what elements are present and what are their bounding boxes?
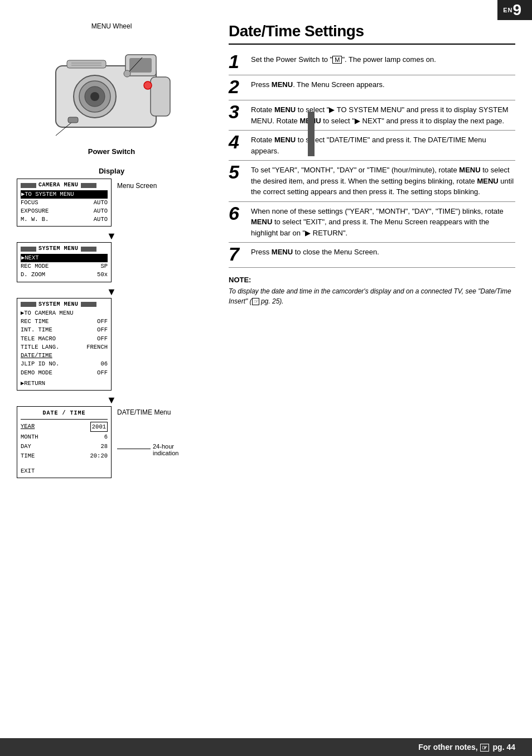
- step-6: 6 When none of these settings ("YEAR", "…: [229, 202, 515, 243]
- step-7: 7 Press MENU to close the Menu Screen.: [229, 243, 515, 268]
- step-number-6: 6: [229, 204, 246, 223]
- step-5: 5 To set "YEAR", "MONTH", "DAY" or "TIME…: [229, 161, 515, 202]
- step-3: 3 Rotate MENU to select "▶ TO SYSTEM MEN…: [229, 100, 515, 131]
- indication-label: 24-hourindication: [153, 443, 178, 456]
- arrow-down-3: ▼: [17, 395, 206, 405]
- system-menu2-box: SYSTEM MENU ▶TO CAMERA MENU REC TIMEOFF …: [17, 298, 112, 391]
- step-number-3: 3: [229, 102, 246, 121]
- menu-screen-label: Menu Screen: [117, 182, 157, 190]
- svg-rect-8: [67, 60, 106, 68]
- datetime-menu-row: DATE / TIME YEAR 2001 MONTH6 DAY28 TIME2…: [17, 406, 206, 478]
- step-1: 1 Set the Power Switch to "M". The power…: [229, 50, 515, 75]
- system-menu1-box: SYSTEM MENU ▶NEXT REC MODESP D. ZOOM50x: [17, 242, 112, 282]
- bottom-bar: For other notes, ☞ pg. 44: [0, 738, 532, 756]
- svg-point-13: [124, 70, 130, 77]
- step-number-2: 2: [229, 77, 246, 96]
- system-menu2-row: SYSTEM MENU ▶TO CAMERA MENU REC TIMEOFF …: [17, 298, 206, 391]
- display-label: Display: [17, 167, 206, 175]
- datetime-menu-label: DATE/TIME Menu: [117, 408, 178, 416]
- en-label: EN: [503, 7, 512, 13]
- camera-svg: [39, 32, 184, 144]
- step-4: 4 Rotate MENU to select "DATE/TIME" and …: [229, 131, 515, 161]
- svg-point-4: [90, 92, 99, 101]
- camera-menu-row: CAMERA MENU ▶TO SYSTEM MENU FOCUSAUTO EX…: [17, 179, 206, 227]
- step-number-4: 4: [229, 132, 246, 151]
- datetime-menu-box: DATE / TIME YEAR 2001 MONTH6 DAY28 TIME2…: [17, 406, 112, 478]
- steps-list: 1 Set the Power Switch to "M". The power…: [229, 50, 515, 268]
- step-text-7: Press MENU to close the Menu Screen.: [251, 247, 515, 258]
- step-number-1: 1: [229, 52, 246, 71]
- arrow-down-2: ▼: [17, 287, 206, 297]
- datetime-labels: DATE/TIME Menu 24-hourindication: [117, 406, 178, 456]
- ref-icon: ☞: [480, 744, 489, 752]
- page-number: 9: [512, 1, 522, 18]
- display-section: Display CAMERA MENU ▶TO SYSTEM MENU FOCU…: [17, 167, 206, 478]
- step-2: 2 Press MENU. The Menu Screen appears.: [229, 75, 515, 100]
- left-column: MENU Wheel: [0, 17, 217, 484]
- right-column: Date/Time Settings 1 Set the Power Switc…: [217, 17, 532, 484]
- step-text-1: Set the Power Switch to "M". The power l…: [251, 54, 515, 65]
- svg-rect-6: [129, 58, 152, 73]
- indication-row: 24-hourindication: [117, 441, 178, 456]
- note-label: NOTE:: [229, 276, 515, 284]
- power-switch-label: Power Switch: [17, 147, 206, 156]
- note-section: NOTE: To display the date and time in th…: [229, 276, 515, 306]
- bottom-bar-text: For other notes, ☞ pg. 44: [418, 743, 515, 752]
- step-number-7: 7: [229, 244, 246, 263]
- svg-rect-14: [68, 117, 78, 123]
- system-menu1-row: SYSTEM MENU ▶NEXT REC MODESP D. ZOOM50x: [17, 242, 206, 282]
- page-badge: EN9: [497, 0, 532, 20]
- step-number-5: 5: [229, 162, 246, 181]
- step-text-2: Press MENU. The Menu Screen appears.: [251, 79, 515, 90]
- step-text-6: When none of these settings ("YEAR", "MO…: [251, 206, 515, 239]
- step-text-5: To set "YEAR", "MONTH", "DAY" or "TIME" …: [251, 165, 515, 198]
- svg-point-15: [144, 81, 152, 89]
- step-text-3: Rotate MENU to select "▶ TO SYSTEM MENU"…: [251, 104, 515, 126]
- arrow-down-1: ▼: [17, 231, 206, 241]
- side-accent-bar: [308, 112, 315, 156]
- svg-rect-7: [151, 77, 170, 116]
- note-text: To display the date and time in the camc…: [229, 286, 515, 306]
- step-text-4: Rotate MENU to select "DATE/TIME" and pr…: [251, 134, 515, 156]
- page-title: Date/Time Settings: [229, 22, 515, 45]
- menu-wheel-label: MENU Wheel: [17, 22, 206, 30]
- camera-menu-box: CAMERA MENU ▶TO SYSTEM MENU FOCUSAUTO EX…: [17, 179, 112, 227]
- diagram-section: MENU Wheel: [17, 22, 206, 156]
